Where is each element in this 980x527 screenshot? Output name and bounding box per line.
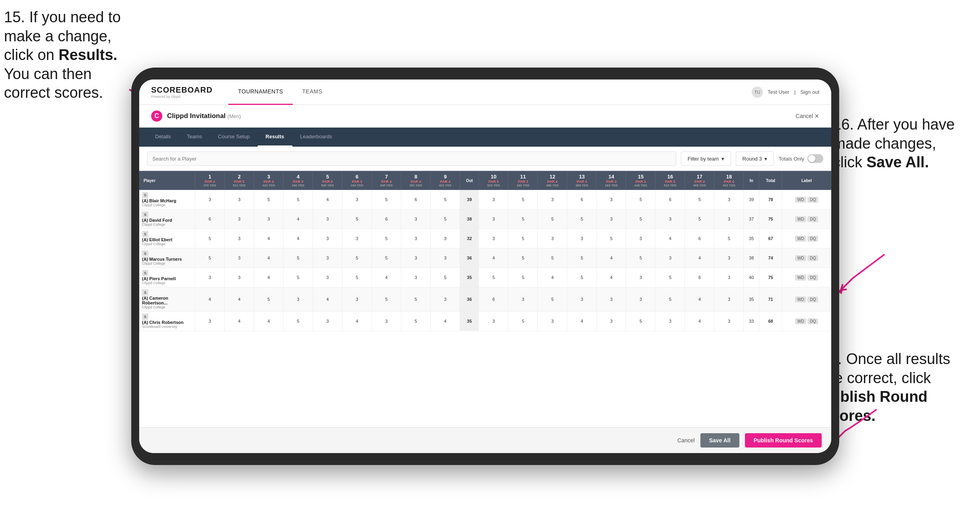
hole-3-score[interactable]: 4 [254, 312, 284, 331]
hole-7-score[interactable]: 5 [372, 229, 401, 248]
hole-12-score[interactable]: 4 [538, 268, 567, 287]
hole-10-score[interactable]: 3 [479, 312, 508, 331]
hole-15-score[interactable]: 3 [626, 229, 655, 248]
hole-5-score[interactable]: 3 [313, 248, 342, 268]
tab-leaderboards[interactable]: Leaderboards [292, 128, 340, 147]
hole-18-score[interactable]: 3 [714, 190, 744, 209]
hole-13-score[interactable]: 6 [567, 190, 597, 209]
hole-6-score[interactable]: 3 [342, 287, 372, 312]
hole-11-score[interactable]: 5 [508, 209, 538, 229]
hole-3-score[interactable]: 4 [254, 248, 284, 268]
hole-17-score[interactable]: 4 [685, 287, 714, 312]
wd-btn[interactable]: WD [795, 275, 807, 281]
wd-btn[interactable]: WD [795, 296, 807, 302]
hole-16-score[interactable]: 3 [655, 209, 685, 229]
hole-16-score[interactable]: 3 [655, 312, 685, 331]
totals-only-toggle[interactable]: Totals Only [779, 154, 823, 163]
hole-2-score[interactable]: 3 [225, 268, 254, 287]
search-input[interactable] [147, 151, 676, 166]
hole-9-score[interactable]: 5 [431, 209, 460, 229]
hole-15-score[interactable]: 3 [626, 268, 655, 287]
hole-8-score[interactable]: 3 [401, 248, 431, 268]
filter-by-team-btn[interactable]: Filter by team ▾ [681, 151, 731, 166]
hole-13-score[interactable]: 5 [567, 209, 597, 229]
wd-btn[interactable]: WD [795, 255, 807, 261]
hole-10-score[interactable]: 3 [479, 190, 508, 209]
dq-btn[interactable]: DQ [807, 197, 818, 203]
hole-7-score[interactable]: 4 [372, 268, 401, 287]
hole-6-score[interactable]: 5 [342, 268, 372, 287]
hole-11-score[interactable]: 5 [508, 312, 538, 331]
hole-10-score[interactable]: 5 [479, 268, 508, 287]
hole-14-score[interactable]: 3 [597, 312, 626, 331]
hole-6-score[interactable]: 4 [342, 312, 372, 331]
dq-btn[interactable]: DQ [807, 255, 818, 261]
hole-13-score[interactable]: 5 [567, 268, 597, 287]
hole-16-score[interactable]: 3 [655, 248, 685, 268]
hole-11-score[interactable]: 5 [508, 229, 538, 248]
hole-1-score[interactable]: 3 [195, 312, 225, 331]
hole-18-score[interactable]: 3 [714, 268, 744, 287]
hole-8-score[interactable]: 3 [401, 268, 431, 287]
publish-round-scores-btn[interactable]: Publish Round Scores [745, 433, 822, 448]
hole-16-score[interactable]: 4 [655, 229, 685, 248]
wd-btn[interactable]: WD [795, 236, 807, 242]
hole-8-score[interactable]: 3 [401, 229, 431, 248]
hole-7-score[interactable]: 5 [372, 248, 401, 268]
hole-9-score[interactable]: 5 [431, 190, 460, 209]
wd-btn[interactable]: WD [795, 216, 807, 222]
hole-12-score[interactable]: 5 [538, 287, 567, 312]
hole-7-score[interactable]: 3 [372, 312, 401, 331]
hole-13-score[interactable]: 5 [567, 248, 597, 268]
hole-3-score[interactable]: 5 [254, 287, 284, 312]
hole-9-score[interactable]: 3 [431, 248, 460, 268]
wd-btn[interactable]: WD [795, 197, 807, 203]
nav-tournaments[interactable]: TOURNAMENTS [228, 79, 292, 105]
hole-9-score[interactable]: 5 [431, 268, 460, 287]
hole-4-score[interactable]: 5 [284, 248, 313, 268]
hole-2-score[interactable]: 4 [225, 312, 254, 331]
hole-2-score[interactable]: 3 [225, 190, 254, 209]
dq-btn[interactable]: DQ [807, 216, 818, 222]
hole-1-score[interactable]: 3 [195, 190, 225, 209]
hole-2-score[interactable]: 3 [225, 229, 254, 248]
tab-course-setup[interactable]: Course Setup [210, 128, 258, 147]
cancel-action-btn[interactable]: Cancel [677, 437, 695, 444]
sign-out-link[interactable]: Sign out [800, 89, 819, 95]
hole-8-score[interactable]: 3 [401, 209, 431, 229]
hole-17-score[interactable]: 4 [685, 312, 714, 331]
hole-2-score[interactable]: 4 [225, 287, 254, 312]
dq-btn[interactable]: DQ [807, 318, 818, 324]
hole-4-score[interactable]: 4 [284, 209, 313, 229]
hole-3-score[interactable]: 4 [254, 268, 284, 287]
hole-13-score[interactable]: 3 [567, 229, 597, 248]
hole-18-score[interactable]: 3 [714, 248, 744, 268]
hole-1-score[interactable]: 3 [195, 268, 225, 287]
hole-6-score[interactable]: 3 [342, 229, 372, 248]
hole-3-score[interactable]: 5 [254, 190, 284, 209]
hole-11-score[interactable]: 5 [508, 248, 538, 268]
hole-12-score[interactable]: 3 [538, 229, 567, 248]
round-selector-btn[interactable]: Round 3 ▾ [736, 151, 774, 166]
hole-1-score[interactable]: 6 [195, 209, 225, 229]
hole-8-score[interactable]: 5 [401, 312, 431, 331]
hole-12-score[interactable]: 5 [538, 248, 567, 268]
hole-8-score[interactable]: 5 [401, 287, 431, 312]
hole-16-score[interactable]: 6 [655, 190, 685, 209]
hole-3-score[interactable]: 4 [254, 229, 284, 248]
hole-16-score[interactable]: 5 [655, 287, 685, 312]
hole-16-score[interactable]: 5 [655, 268, 685, 287]
hole-17-score[interactable]: 4 [685, 248, 714, 268]
toggle-switch[interactable] [807, 154, 823, 163]
save-all-btn[interactable]: Save All [700, 433, 739, 448]
hole-15-score[interactable]: 3 [626, 287, 655, 312]
dq-btn[interactable]: DQ [807, 236, 818, 242]
hole-3-score[interactable]: 3 [254, 209, 284, 229]
hole-6-score[interactable]: 5 [342, 248, 372, 268]
hole-7-score[interactable]: 6 [372, 209, 401, 229]
tab-results[interactable]: Results [258, 128, 292, 147]
hole-14-score[interactable]: 3 [597, 190, 626, 209]
hole-14-score[interactable]: 5 [597, 229, 626, 248]
hole-5-score[interactable]: 3 [313, 209, 342, 229]
hole-11-score[interactable]: 5 [508, 190, 538, 209]
